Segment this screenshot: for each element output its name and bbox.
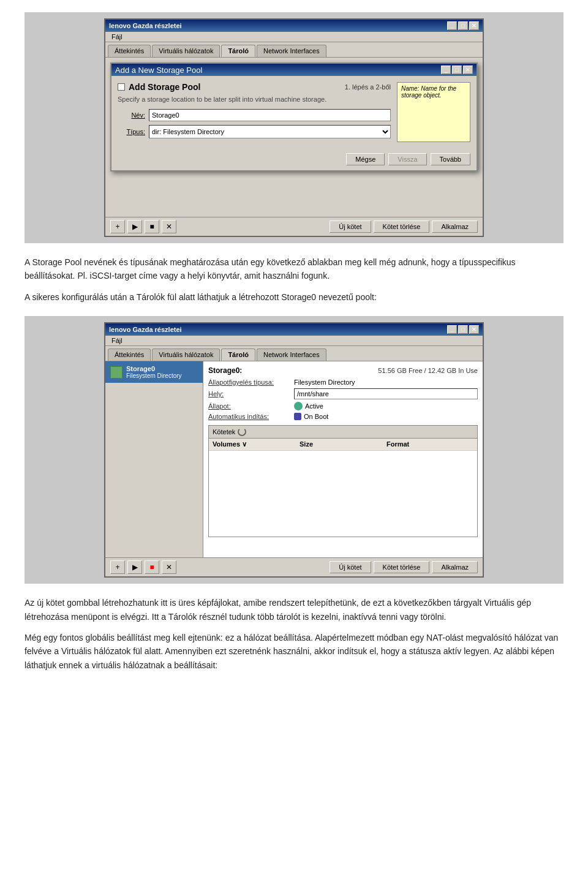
minimize-btn[interactable]: _ xyxy=(447,21,457,30)
prose-text-1: A Storage Pool nevének és típusának megh… xyxy=(24,255,564,283)
new-volume-btn[interactable]: Új kötet xyxy=(330,221,371,233)
dialog-close[interactable]: ✕ xyxy=(463,66,473,74)
storage-free: 51.56 GB Free / 12.42 GB In Use xyxy=(378,367,478,374)
monitor-value: Filesystem Directory xyxy=(294,379,478,386)
dialog-minimize[interactable]: _ xyxy=(441,66,451,74)
next-button[interactable]: Tovább xyxy=(431,153,470,165)
delete-tool-btn[interactable]: ✕ xyxy=(162,220,176,233)
w2-tab-network-interfaces[interactable]: Network Interfaces xyxy=(257,349,326,361)
dialog-title: Add a New Storage Pool xyxy=(115,66,202,75)
tooltip-text: Name: Name for the storage object. xyxy=(401,85,456,99)
autostart-value: On Boot xyxy=(304,413,328,420)
location-input[interactable] xyxy=(294,388,478,399)
w2-tab-virtual-networks[interactable]: Virtuális hálózatok xyxy=(152,349,220,361)
tab-overview[interactable]: Áttekintés xyxy=(108,45,151,57)
vol-col-size: Size xyxy=(300,440,386,448)
maximize-btn[interactable]: □ xyxy=(458,21,468,30)
menu-file[interactable]: Fájl xyxy=(108,32,126,42)
w2-minimize-btn[interactable]: _ xyxy=(447,325,457,334)
refresh-icon[interactable] xyxy=(238,428,246,436)
storage-item-type: Filesystem Directory xyxy=(126,372,182,379)
delete-volume-btn[interactable]: Kötet törlése xyxy=(374,221,430,233)
stop-tool-btn[interactable]: ■ xyxy=(145,220,159,233)
dialog-subtitle: Specify a storage location to be later s… xyxy=(118,96,391,103)
w2-delete-tool-btn[interactable]: ✕ xyxy=(162,560,176,574)
w2-tab-storage[interactable]: Tároló xyxy=(221,349,255,361)
w2-add-tool-btn[interactable]: + xyxy=(110,560,125,574)
active-icon xyxy=(294,402,303,410)
prose-text-4: Még egy fontos globális beállítást meg k… xyxy=(24,631,564,672)
autostart-badge: On Boot xyxy=(294,413,328,420)
cancel-button[interactable]: Mégse xyxy=(346,153,385,165)
add-tool-btn[interactable]: + xyxy=(110,220,125,233)
name-input[interactable] xyxy=(149,109,391,121)
status-value: Active xyxy=(305,402,323,410)
play-tool-btn[interactable]: ▶ xyxy=(127,220,142,233)
dialog-maximize[interactable]: □ xyxy=(452,66,462,74)
w2-tab-overview[interactable]: Áttekintés xyxy=(108,349,151,361)
volumes-body xyxy=(209,451,477,537)
tab-virtual-networks[interactable]: Virtuális hálózatok xyxy=(152,45,220,57)
checkbox-icon xyxy=(118,83,125,91)
w2-apply-btn[interactable]: Alkalmaz xyxy=(432,561,478,573)
w2-play-tool-btn[interactable]: ▶ xyxy=(127,560,142,574)
prose-text-2: A sikeres konfigurálás után a Tárolók fü… xyxy=(24,290,564,304)
monitor-label: Állapotfigyelés típusa: xyxy=(208,379,294,386)
outer-window-title: lenovo Gazda részletei xyxy=(109,22,182,29)
dialog-heading: Add Storage Pool xyxy=(129,82,200,92)
back-button[interactable]: Vissza xyxy=(388,153,426,165)
prose-text-3: Az új kötet gombbal létrehozhatunk itt i… xyxy=(24,596,564,624)
w2-delete-volume-btn[interactable]: Kötet törlése xyxy=(374,561,430,573)
location-label: Hely: xyxy=(208,390,294,398)
w2-menu-file[interactable]: Fájl xyxy=(108,336,126,345)
vol-col-volumes[interactable]: Volumes ∨ xyxy=(213,440,300,448)
storage-item-name: Storage0 xyxy=(126,365,182,372)
prose-section-1: A Storage Pool nevének és típusának megh… xyxy=(24,255,564,304)
volumes-label: Kötetek xyxy=(213,428,235,435)
autostart-label: Automatikus indítás: xyxy=(208,413,294,420)
w2-new-volume-btn[interactable]: Új kötet xyxy=(330,561,371,573)
w2-close-btn[interactable]: ✕ xyxy=(469,325,479,334)
w2-maximize-btn[interactable]: □ xyxy=(458,325,468,334)
volumes-section: Kötetek Volumes ∨ Size Format xyxy=(208,425,478,537)
name-label: Név: xyxy=(118,111,145,119)
w2-stop-tool-btn[interactable]: ■ xyxy=(145,560,159,574)
prose-section-3: Az új kötet gombbal létrehozhatunk itt i… xyxy=(24,596,564,672)
type-label: Típus: xyxy=(118,128,145,135)
check-icon xyxy=(294,413,301,420)
step-text: 1. lépés a 2-ből xyxy=(345,83,391,91)
tooltip-box: Name: Name for the storage object. xyxy=(397,82,470,142)
status-badge: Active xyxy=(294,402,323,410)
close-btn[interactable]: ✕ xyxy=(469,21,479,30)
tab-storage[interactable]: Tároló xyxy=(221,45,255,57)
storage-item-storage0[interactable]: Storage0 Filesystem Directory xyxy=(105,361,203,383)
window2-title: lenovo Gazda részletei xyxy=(109,326,182,333)
tab-network-interfaces[interactable]: Network Interfaces xyxy=(257,45,326,57)
apply-btn[interactable]: Alkalmaz xyxy=(432,221,478,233)
status-label: Állapot: xyxy=(208,402,294,410)
storage-name: Storage0: xyxy=(208,366,242,375)
type-select[interactable]: dir: Filesystem Directory xyxy=(149,125,391,138)
vol-col-format: Format xyxy=(386,440,473,448)
storage-icon xyxy=(110,366,123,379)
